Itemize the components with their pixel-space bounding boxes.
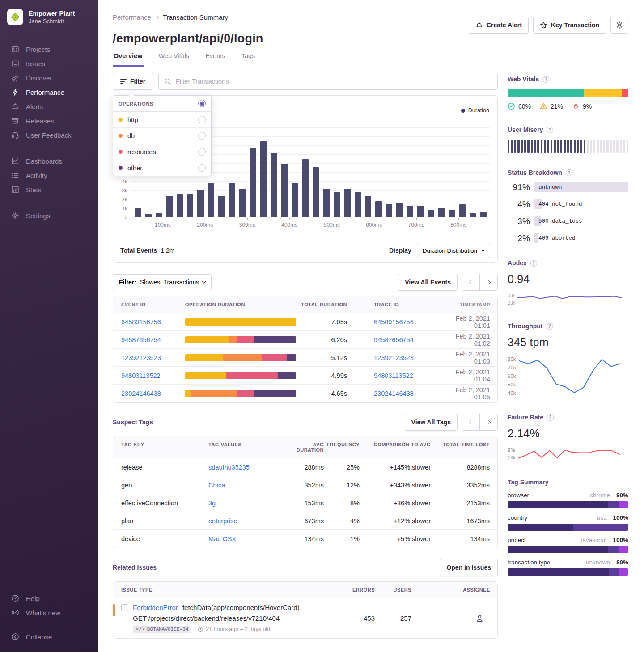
sidebar-item-issues[interactable]: Issues — [0, 56, 98, 71]
sidebar-item-activity[interactable]: Activity — [0, 168, 98, 182]
sidebar-item-alerts[interactable]: Alerts — [0, 99, 98, 114]
help-question-icon[interactable]: ? — [547, 127, 553, 133]
operation-option-other[interactable]: other — [113, 160, 211, 176]
help-question-icon[interactable]: ? — [542, 76, 549, 83]
key-transaction-button[interactable]: Key Transaction — [533, 17, 606, 34]
operation-color-dot — [119, 150, 123, 154]
frequency-cell: 8% — [324, 500, 360, 507]
operation-radio[interactable] — [198, 164, 206, 172]
sidebar-item-settings[interactable]: Settings — [0, 208, 98, 223]
tab-overview[interactable]: Overview — [113, 52, 144, 67]
histogram-bar — [428, 210, 434, 217]
tab-events[interactable]: Events — [204, 52, 226, 67]
trace-id-link[interactable]: 64589156756 — [374, 318, 414, 326]
help-question-icon[interactable]: ? — [566, 169, 572, 176]
misery-segment — [584, 140, 585, 153]
spark-y-tick: 40k — [508, 389, 516, 398]
issue-culprit: fetchData(app/components/HoverCard) — [182, 604, 300, 611]
operation-duration-cell — [184, 390, 297, 397]
misery-segment — [557, 140, 559, 153]
sidebar-item-performance[interactable]: Performance — [0, 85, 98, 99]
org-logo-icon — [7, 9, 23, 25]
spark-line — [519, 355, 620, 398]
suspect-tag-row: planenterprise673ms4%+12% slower1673ms — [113, 512, 497, 530]
pager-prev-button[interactable] — [462, 274, 480, 290]
operation-option-db[interactable]: db — [113, 128, 211, 144]
tag-value-link[interactable]: China — [208, 482, 225, 489]
open-in-issues-button[interactable]: Open in Issues — [440, 559, 498, 576]
event-id-link[interactable]: 23024146438 — [121, 390, 161, 397]
operation-radio[interactable] — [198, 116, 206, 123]
tab-web-vitals[interactable]: Web Vitals — [158, 52, 191, 67]
pager-prev-button[interactable] — [462, 414, 480, 430]
tag-value-link[interactable]: sdaufhu35235 — [208, 464, 250, 471]
trace-id-link[interactable]: 94587656754 — [374, 336, 414, 343]
trace-id-link[interactable]: 94803113522 — [374, 372, 413, 379]
misery-segment — [603, 140, 605, 153]
pager-next-button[interactable] — [480, 274, 497, 290]
column-header-event-id: EVENT ID — [113, 296, 184, 313]
histogram-bar — [302, 159, 309, 217]
issue-type-link[interactable]: ForbiddenError — [133, 604, 178, 611]
discover-icon — [11, 74, 19, 82]
sidebar-item-releases[interactable]: Releases — [0, 114, 98, 128]
create-alert-button[interactable]: Create Alert — [469, 17, 529, 34]
tag-value-link[interactable]: enterprise — [208, 517, 237, 525]
sidebar-item-help[interactable]: Help — [0, 591, 98, 605]
help-question-icon[interactable]: ? — [547, 323, 553, 330]
chart-footer: Total Events 1.2m Display Duration Distr… — [113, 238, 497, 262]
view-all-events-button[interactable]: View All Events — [398, 274, 458, 291]
sidebar-item-stats[interactable]: Stats — [0, 182, 98, 197]
tag-value-cell: 3g — [208, 500, 284, 507]
sidebar-item-what-s-new[interactable]: What's new — [0, 605, 98, 620]
help-question-icon[interactable]: ? — [530, 260, 537, 267]
create-alert-label: Create Alert — [487, 21, 522, 29]
search-input[interactable] — [176, 78, 492, 85]
sidebar-item-discover[interactable]: Discover — [0, 71, 98, 85]
org-switcher[interactable]: Empower Plant Jane Schmidt — [0, 9, 98, 25]
tag-summary-segment — [508, 546, 608, 553]
display-select[interactable]: Duration Distribution — [417, 243, 490, 258]
breadcrumb-performance[interactable]: Performance — [113, 13, 151, 21]
trace-id-link[interactable]: 12392123523 — [374, 354, 414, 361]
chevron-down-icon — [202, 279, 206, 283]
tag-value-link[interactable]: Mac OSX — [208, 535, 236, 542]
tag-value-link[interactable]: 3g — [208, 500, 216, 507]
help-question-icon[interactable]: ? — [547, 414, 554, 421]
operations-header-label: OPERATIONS — [119, 101, 153, 106]
chart-legend[interactable]: Duration — [461, 107, 489, 114]
operation-option-http[interactable]: http — [113, 112, 211, 128]
x-axis-line — [128, 217, 493, 217]
sidebar-item-user-feedback[interactable]: User Feedback — [0, 128, 98, 142]
sidebar-item-projects[interactable]: Projects — [0, 42, 98, 56]
event-id-link[interactable]: 64589156756 — [121, 318, 161, 326]
throughput-section: Throughput ? 345 tpm 80k70k60k50k40k — [508, 322, 628, 398]
event-id-link[interactable]: 94803113522 — [121, 372, 161, 379]
operation-label: db — [127, 132, 198, 140]
event-id-link[interactable]: 94587656754 — [121, 336, 161, 343]
issue-assignee[interactable] — [419, 614, 497, 622]
event-id-link[interactable]: 12392123523 — [121, 354, 161, 361]
spark-y-tick: 60k — [508, 372, 516, 381]
comparison-cell: +343% slower — [360, 482, 431, 489]
misery-segment — [534, 140, 536, 153]
sidebar-item-dashboards[interactable]: Dashboards — [0, 154, 98, 168]
view-all-tags-button[interactable]: View All Tags — [405, 414, 458, 431]
issue-checkbox[interactable] — [121, 604, 128, 611]
operation-option-resources[interactable]: resources — [113, 144, 211, 160]
settings-gear-button[interactable] — [610, 17, 628, 34]
trace-id-link[interactable]: 23024146438 — [374, 390, 414, 397]
operation-radio[interactable] — [198, 148, 206, 156]
op-segment-pink — [226, 372, 279, 379]
filter-button-label: Filter — [130, 78, 145, 85]
filter-button[interactable]: Filter — [113, 73, 153, 90]
events-filter-dropdown[interactable]: Filter: Slowest Transactions — [113, 274, 212, 290]
operations-all-radio[interactable] — [198, 100, 206, 107]
apdex-value: 0.94 — [508, 273, 628, 286]
tab-tags[interactable]: Tags — [241, 52, 256, 67]
operations-dropdown: OPERATIONS httpdbresourcesother — [113, 95, 212, 176]
operation-radio[interactable] — [198, 132, 206, 140]
total-duration-cell: 4.99s — [297, 372, 347, 379]
pager-next-button[interactable] — [480, 414, 497, 430]
sidebar-collapse[interactable]: Collapse — [0, 630, 98, 644]
